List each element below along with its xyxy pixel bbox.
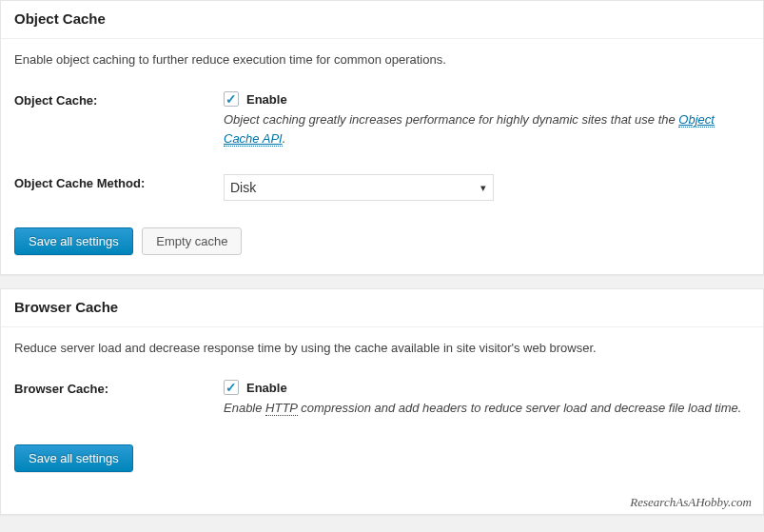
object-cache-help-prefix: Object caching greatly increases perform… — [224, 112, 678, 127]
browser-cache-description: Reduce server load and decrease response… — [14, 341, 750, 355]
object-cache-body: Enable object caching to further reduce … — [1, 39, 763, 274]
empty-cache-button[interactable]: Empty cache — [142, 227, 242, 255]
browser-cache-buttons: Save all settings — [14, 444, 750, 472]
object-cache-checkbox-label[interactable]: Enable — [246, 92, 287, 107]
object-cache-method-select-wrap: Disk — [224, 174, 494, 201]
object-cache-title: Object Cache — [14, 10, 750, 27]
object-cache-panel: Object Cache Enable object caching to fu… — [0, 0, 764, 275]
browser-cache-enable-row: Browser Cache: Enable Enable HTTP compre… — [14, 380, 750, 418]
browser-cache-header: Browser Cache — [1, 289, 763, 327]
object-cache-method-select[interactable]: Disk — [224, 174, 494, 201]
save-all-settings-button-2[interactable]: Save all settings — [14, 444, 133, 472]
browser-cache-checkbox-label[interactable]: Enable — [246, 381, 287, 395]
browser-cache-enable-label: Browser Cache: — [14, 380, 224, 396]
browser-cache-body: Reduce server load and decrease response… — [1, 327, 763, 491]
object-cache-enable-field: Enable Object caching greatly increases … — [224, 91, 750, 148]
object-cache-enable-row: Object Cache: Enable Object caching grea… — [14, 91, 750, 148]
object-cache-header: Object Cache — [1, 1, 763, 39]
browser-cache-title: Browser Cache — [14, 299, 750, 315]
object-cache-method-row: Object Cache Method: Disk — [14, 174, 750, 201]
object-cache-method-field: Disk — [224, 174, 750, 201]
browser-cache-help-suffix: compression and add headers to reduce se… — [298, 401, 742, 415]
browser-cache-help: Enable HTTP compression and add headers … — [224, 399, 750, 418]
http-abbr: HTTP — [265, 401, 297, 416]
object-cache-checkbox[interactable] — [224, 91, 239, 107]
object-cache-buttons: Save all settings Empty cache — [14, 227, 750, 255]
browser-cache-panel: Browser Cache Reduce server load and dec… — [0, 288, 764, 515]
browser-cache-checkbox-line: Enable — [224, 380, 750, 395]
object-cache-method-label: Object Cache Method: — [14, 174, 224, 190]
object-cache-description: Enable object caching to further reduce … — [14, 52, 750, 67]
object-cache-enable-label: Object Cache: — [14, 91, 224, 108]
object-cache-help: Object caching greatly increases perform… — [224, 110, 750, 148]
object-cache-checkbox-line: Enable — [224, 91, 750, 107]
object-cache-help-suffix: . — [283, 131, 286, 146]
browser-cache-enable-field: Enable Enable HTTP compression and add h… — [224, 380, 750, 418]
footer-credit: ResearchAsAHobby.com — [1, 491, 763, 514]
browser-cache-help-prefix: Enable — [224, 401, 265, 415]
save-all-settings-button[interactable]: Save all settings — [14, 227, 133, 255]
browser-cache-checkbox[interactable] — [224, 380, 239, 395]
